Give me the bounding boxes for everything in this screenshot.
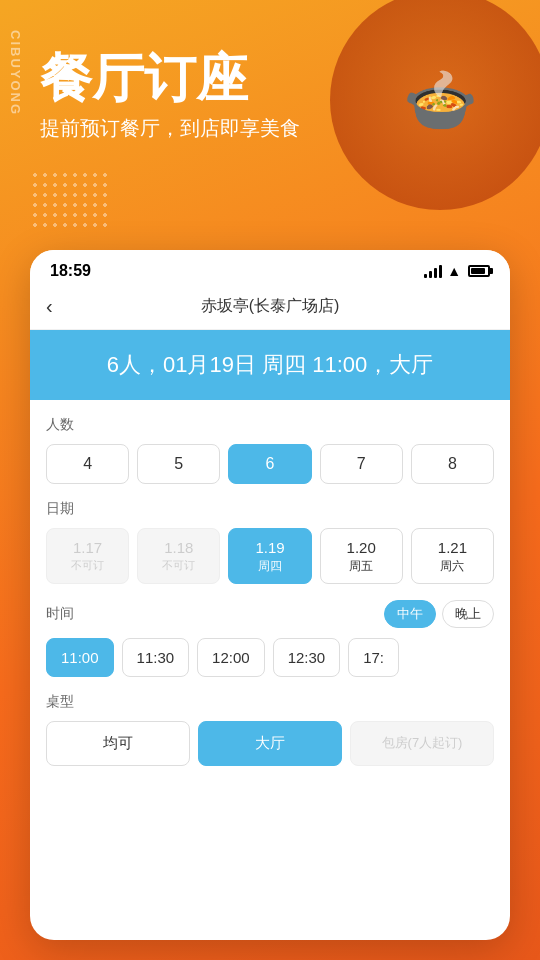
time-options: 11:00 11:30 12:00 12:30 17:: [46, 638, 494, 677]
table-label: 桌型: [46, 693, 494, 711]
status-time: 18:59: [50, 262, 91, 280]
people-5[interactable]: 5: [137, 444, 220, 484]
table-any[interactable]: 均可: [46, 721, 190, 766]
time-1200[interactable]: 12:00: [197, 638, 265, 677]
table-options: 均可 大厅 包房(7人起订): [46, 721, 494, 766]
table-hall[interactable]: 大厅: [198, 721, 342, 766]
date-1-21[interactable]: 1.21 周六: [411, 528, 494, 584]
nav-title: 赤坂亭(长泰广场店): [201, 296, 340, 317]
date-label: 日期: [46, 500, 494, 518]
status-icons: ▲: [424, 263, 490, 279]
time-filter-group: 中午 晚上: [384, 600, 494, 628]
time-17[interactable]: 17:: [348, 638, 399, 677]
time-label: 时间: [46, 605, 74, 623]
time-1130[interactable]: 11:30: [122, 638, 190, 677]
battery-icon: [468, 265, 490, 277]
dots-decoration: [30, 170, 110, 230]
date-1-17[interactable]: 1.17 不可订: [46, 528, 129, 584]
page-subtitle: 提前预订餐厅，到店即享美食: [40, 115, 300, 142]
wifi-icon: ▲: [447, 263, 461, 279]
filter-lunch[interactable]: 中午: [384, 600, 436, 628]
booking-content: 人数 4 5 6 7 8 日期 1.17 不可订 1.18 不可订 1.19 周…: [30, 400, 510, 786]
vertical-brand-text: CIBUYONG: [8, 30, 23, 116]
people-8[interactable]: 8: [411, 444, 494, 484]
date-1-18[interactable]: 1.18 不可订: [137, 528, 220, 584]
status-bar: 18:59 ▲: [30, 250, 510, 288]
date-options: 1.17 不可订 1.18 不可订 1.19 周四 1.20 周五 1.21 周…: [46, 528, 494, 584]
table-private[interactable]: 包房(7人起订): [350, 721, 494, 766]
page-header: 餐厅订座 提前预订餐厅，到店即享美食: [40, 50, 300, 142]
people-options: 4 5 6 7 8: [46, 444, 494, 484]
time-1230[interactable]: 12:30: [273, 638, 341, 677]
signal-icon: [424, 264, 442, 278]
date-1-20[interactable]: 1.20 周五: [320, 528, 403, 584]
phone-card: 18:59 ▲ ‹ 赤坂亭(长泰广场店) 6人，01月19日 周四 11:00，…: [30, 250, 510, 940]
nav-bar: ‹ 赤坂亭(长泰广场店): [30, 288, 510, 330]
page-title: 餐厅订座: [40, 50, 300, 107]
time-1100[interactable]: 11:00: [46, 638, 114, 677]
food-decoration: 🍲: [330, 0, 540, 210]
people-4[interactable]: 4: [46, 444, 129, 484]
people-6[interactable]: 6: [228, 444, 311, 484]
background-area: 🍲: [0, 0, 540, 290]
people-label: 人数: [46, 416, 494, 434]
back-button[interactable]: ‹: [46, 295, 53, 318]
summary-banner: 6人，01月19日 周四 11:00，大厅: [30, 330, 510, 400]
people-7[interactable]: 7: [320, 444, 403, 484]
time-header: 时间 中午 晚上: [46, 600, 494, 628]
summary-text: 6人，01月19日 周四 11:00，大厅: [46, 350, 494, 380]
date-1-19[interactable]: 1.19 周四: [228, 528, 311, 584]
filter-dinner[interactable]: 晚上: [442, 600, 494, 628]
